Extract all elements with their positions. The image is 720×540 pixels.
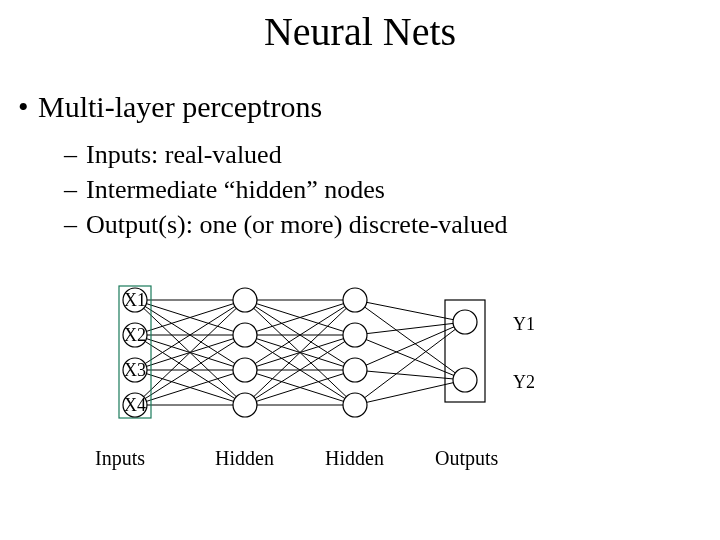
edge <box>355 322 465 370</box>
hidden-node <box>343 393 367 417</box>
hidden-node <box>233 358 257 382</box>
input-label: X1 <box>124 290 146 310</box>
edge <box>355 300 465 322</box>
edge <box>355 322 465 335</box>
bullet-multilayer: Multi-layer perceptrons <box>38 90 322 124</box>
network-diagram: X1X2X3X4Y1Y2 InputsHiddenHiddenOutputs <box>75 280 595 520</box>
edge <box>355 335 465 380</box>
output-node <box>453 310 477 334</box>
input-label: X4 <box>124 395 146 415</box>
sub-inputs: Inputs: real-valued <box>86 140 282 170</box>
hidden-node <box>343 288 367 312</box>
column-label: Hidden <box>215 447 274 469</box>
input-label: X2 <box>124 325 146 345</box>
edge <box>355 300 465 380</box>
edge <box>355 370 465 380</box>
hidden-node <box>233 393 257 417</box>
column-label: Hidden <box>325 447 384 469</box>
hidden-node <box>233 288 257 312</box>
output-label: Y1 <box>513 314 535 334</box>
slide: Neural Nets Multi-layer perceptrons Inpu… <box>0 0 720 540</box>
sub-hidden: Intermediate “hidden” nodes <box>86 175 385 205</box>
input-label: X3 <box>124 360 146 380</box>
hidden-node <box>343 323 367 347</box>
slide-title: Neural Nets <box>0 8 720 55</box>
output-node <box>453 368 477 392</box>
hidden-node <box>233 323 257 347</box>
output-label: Y2 <box>513 372 535 392</box>
column-label: Inputs <box>95 447 145 470</box>
hidden-node <box>343 358 367 382</box>
sub-outputs: Output(s): one (or more) discrete-valued <box>86 210 508 240</box>
column-label: Outputs <box>435 447 499 470</box>
